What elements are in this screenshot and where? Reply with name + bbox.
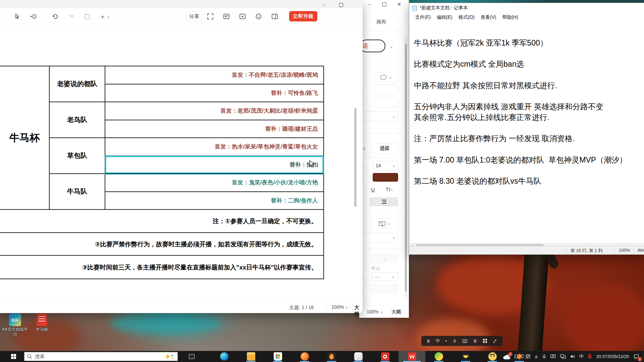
theme-pill-button[interactable]: 题 [360, 40, 385, 52]
vertical-scrollbar[interactable] [354, 108, 357, 207]
team-name-cell[interactable]: 牛马队 [50, 174, 105, 210]
substitutes-cell[interactable]: 替补：可怜鱼/路飞 [105, 84, 323, 103]
grid-menu-icon[interactable] [483, 339, 487, 343]
size-input[interactable] [374, 84, 398, 95]
shape-tool-icon[interactable] [29, 12, 38, 21]
menu-format[interactable]: 格式(O) [455, 13, 478, 21]
ime-mode-indicator[interactable]: 中 [577, 351, 586, 362]
tray-volume-icon[interactable] [568, 351, 577, 362]
notepad-text-area[interactable]: 牛马杯比赛（冠军2k 亚军1k 季军500） 比赛模式定为cm模式 全局ban选… [409, 22, 644, 243]
maximize-button[interactable] [381, 1, 387, 7]
fullscreen-icon[interactable] [206, 12, 215, 21]
editor-titlebar[interactable] [0, 0, 363, 8]
action-center-button[interactable]: 2 [632, 351, 644, 362]
insert-plus-button[interactable]: ＋ [98, 12, 111, 21]
table-title-cell[interactable]: 牛马杯 [0, 66, 50, 210]
taskbar-clock[interactable]: 20:37 2025/12/20 [593, 351, 632, 362]
upgrade-now-button[interactable]: 立即升级 [289, 11, 317, 21]
undo-icon[interactable] [51, 12, 60, 21]
menu-help[interactable]: 帮助(H) [499, 13, 521, 21]
document-canvas[interactable]: 牛马杯 老婆说的都队 首发：不自辩/老五/凉凉/晓峰/斑鸠 替补：可怜鱼/路飞 … [0, 24, 363, 301]
menu-edit[interactable]: 编辑(E) [434, 13, 455, 21]
font-size-dropdown[interactable]: 14 [373, 161, 398, 170]
tray-network-icon[interactable] [558, 351, 568, 362]
team-name-cell[interactable]: 老婆说的都队 [50, 66, 105, 102]
starters-cell[interactable]: 首发：老郑/茂茂/大刷比/老胡/虾米炖蛋 [105, 102, 323, 120]
minimize-button[interactable] [367, 1, 373, 7]
sogou-logo-icon[interactable]: S [427, 339, 430, 344]
substitutes-cell[interactable]: 替补：璐瑶/建材王总 [105, 120, 323, 138]
text-line: 其余照常.五分钟以上掉线比赛正常进行. [414, 112, 644, 123]
chevron-down-icon[interactable] [390, 44, 392, 50]
fit-button[interactable]: 适应 [371, 143, 398, 154]
tray-cast-icon[interactable] [548, 351, 558, 362]
skin-brush-icon[interactable] [493, 339, 497, 343]
sidebar-layout-icon[interactable] [270, 12, 279, 21]
starters-cell[interactable]: 首发：不自辩/老五/凉凉/晓峰/斑鸠 [105, 66, 323, 84]
taskbar-app-wps-active[interactable] [398, 351, 425, 362]
size-input[interactable] [374, 97, 398, 107]
weather-temperature[interactable]: 11°C 阴 [512, 351, 533, 362]
desktop-icon-niumabei[interactable]: 牛马杯 [28, 313, 56, 332]
style-dropdown[interactable] [359, 111, 398, 121]
starters-cell[interactable]: 首发：鬼笑/夜色/小伙/龙小喵/方艳 [105, 174, 323, 192]
weather-widget[interactable]: 3 [500, 351, 512, 362]
minimize-button[interactable] [321, 2, 327, 8]
taskbar-search-box[interactable]: 搜索 [24, 352, 178, 361]
align-right-button[interactable] [369, 197, 398, 206]
select-tool-icon[interactable] [13, 12, 21, 21]
document-panel-icon[interactable] [222, 12, 231, 21]
endpoint-line-dropdown[interactable]: — [371, 272, 398, 281]
team-name-cell[interactable]: 老鸟队 [50, 102, 105, 138]
menu-view[interactable]: 查看(V) [478, 13, 499, 21]
panel-outline-button[interactable]: 大纲 [391, 309, 401, 315]
connector-tool-icon[interactable] [66, 12, 75, 21]
option-dropdown[interactable] [359, 233, 398, 242]
panel-zoom-control[interactable]: 100% [367, 309, 383, 314]
team-name-cell[interactable]: 草包队 [50, 138, 105, 174]
taskbar-app-red-o[interactable] [372, 351, 398, 362]
card-layout-dropdown[interactable] [371, 219, 398, 229]
share-button[interactable]: 分享 [186, 11, 202, 21]
note-cell[interactable]: ③比赛时间前三天，各主播开播时尽量在直播标题前加入"xx日牛马杯"以作赛事宣传。 [0, 256, 323, 279]
taskbar-app-white[interactable] [345, 351, 372, 362]
taskbar-app-dark-circle[interactable] [452, 351, 479, 362]
starters-cell[interactable]: 首发：热水/呆呆/草包神灵/青鸾/草包火女 [105, 138, 323, 156]
maximize-button[interactable] [338, 2, 344, 8]
notepad-titlebar[interactable]: *新建文本文档 - 记事本 [409, 3, 644, 13]
close-button[interactable] [396, 1, 402, 7]
desktop-icon-kk-platform[interactable]: KK KK官方对战平台 [1, 313, 30, 337]
ime-mode-toggle[interactable]: 中 [435, 338, 440, 344]
outline-button[interactable]: 大纲 [354, 304, 363, 317]
tray-chevron-up-icon[interactable]: ∧ [532, 351, 540, 362]
paw-icon[interactable] [473, 339, 477, 343]
selection-area-icon[interactable] [83, 12, 91, 21]
show-desktop-button[interactable] [643, 351, 644, 362]
substitutes-cell[interactable]: 替补：二狗/焦作人 [105, 192, 323, 210]
substitutes-cell-selected[interactable]: 替补：抵扣 [105, 156, 323, 174]
sogou-tray-icon[interactable]: S [586, 351, 594, 362]
taskbar-app-orange-browser[interactable] [291, 351, 318, 362]
taskbar-app-ms-store[interactable] [264, 351, 291, 362]
taskbar-app-green[interactable] [425, 351, 452, 362]
task-view-button[interactable] [187, 353, 196, 360]
font-color-swatch[interactable] [373, 173, 398, 182]
panel-scrollbar[interactable] [405, 37, 407, 298]
ime-toolbar[interactable]: S 中 • [421, 336, 502, 346]
underline-button[interactable]: U [367, 185, 379, 194]
keyboard-icon[interactable] [462, 339, 467, 343]
note-cell[interactable]: ②比赛严禁作弊行为，故赛时主播必须开播，如若发现有开图等行为，成绩无效。 [0, 233, 323, 256]
presentation-play-icon[interactable] [238, 12, 247, 21]
shape-style-dropdown[interactable] [374, 72, 398, 82]
zoom-control[interactable]: 100% [331, 304, 348, 310]
taskbar-app-edge[interactable] [211, 351, 237, 362]
note-cell[interactable]: 注：①参赛人员一旦确定，不可更换。 [0, 210, 323, 233]
tray-mic-icon[interactable] [540, 351, 548, 362]
taskbar-app-file-explorer[interactable] [237, 351, 264, 362]
taskbar-app-game-center[interactable] [318, 351, 345, 362]
menu-file[interactable]: 文件(F) [412, 13, 434, 21]
emoji-icon[interactable] [254, 12, 263, 21]
mic-icon[interactable] [453, 339, 457, 344]
text-transform-dropdown[interactable]: Tᴛ [381, 185, 398, 194]
start-button[interactable] [6, 351, 21, 362]
